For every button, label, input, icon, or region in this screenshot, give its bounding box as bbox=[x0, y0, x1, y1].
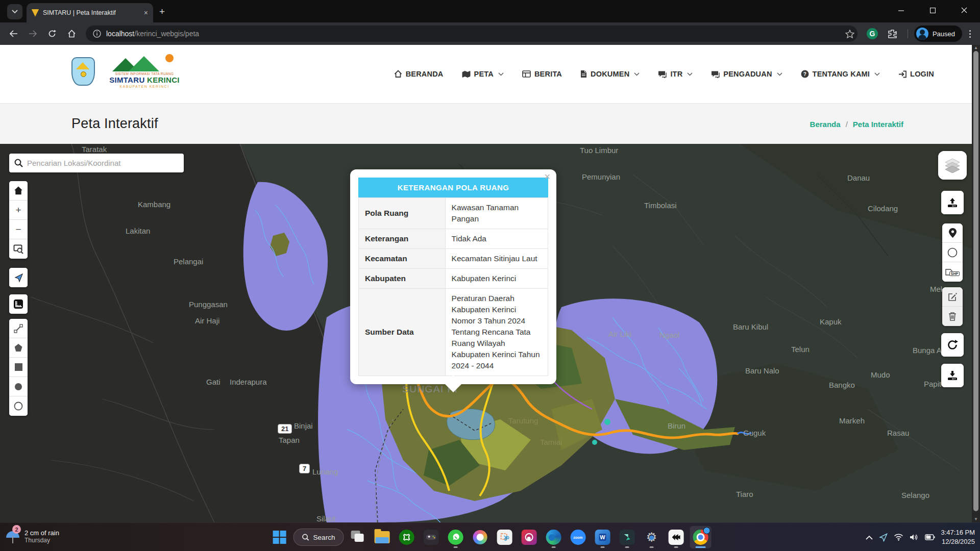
draw-rectangle-button[interactable] bbox=[9, 358, 28, 377]
breadcrumb: Beranda / Peta Interaktif bbox=[810, 120, 903, 129]
taskbar-search[interactable]: Search bbox=[293, 526, 344, 548]
scroll-up-arrow[interactable]: ▲ bbox=[972, 45, 980, 51]
edit-icon bbox=[948, 292, 957, 302]
edit-button[interactable] bbox=[942, 287, 963, 307]
svg-text:?: ? bbox=[803, 71, 806, 77]
window-maximize-button[interactable] bbox=[917, 0, 948, 20]
nav-item-login[interactable]: LOGIN bbox=[898, 70, 934, 78]
battery-icon[interactable] bbox=[925, 534, 935, 540]
breadcrumb-home-link[interactable]: Beranda bbox=[810, 120, 841, 129]
wifi-icon[interactable] bbox=[894, 534, 903, 541]
copilot-icon[interactable] bbox=[469, 526, 491, 548]
media-app-icon[interactable] bbox=[518, 526, 540, 548]
reload-button[interactable] bbox=[44, 26, 60, 42]
profile-button[interactable]: Paused bbox=[914, 26, 962, 42]
scale-button[interactable] bbox=[9, 294, 28, 314]
circle-select-button[interactable] bbox=[942, 243, 963, 262]
layers-button[interactable] bbox=[938, 151, 967, 180]
file-explorer-icon[interactable] bbox=[371, 526, 393, 548]
word-icon[interactable]: W bbox=[592, 526, 613, 548]
download-button[interactable] bbox=[941, 364, 964, 387]
nav-item-peta[interactable]: PETA bbox=[462, 70, 504, 78]
nav-item-berita[interactable]: BERITA bbox=[522, 70, 562, 78]
volume-icon[interactable] bbox=[910, 534, 919, 541]
toolbar-divider bbox=[908, 29, 908, 38]
settings-icon[interactable]: ⚙ bbox=[641, 526, 662, 548]
xbox-icon[interactable] bbox=[396, 526, 417, 548]
snipping-tool-icon[interactable] bbox=[494, 526, 515, 548]
map-home-button[interactable] bbox=[9, 181, 28, 201]
popup-close-icon[interactable]: ✕ bbox=[544, 172, 551, 182]
map-search-input[interactable] bbox=[27, 159, 179, 167]
new-tab-button[interactable]: + bbox=[159, 6, 165, 17]
tab-search-button[interactable] bbox=[7, 4, 22, 19]
filmora-icon[interactable] bbox=[616, 526, 638, 548]
download-icon bbox=[947, 370, 958, 381]
chat-icon bbox=[711, 70, 720, 78]
location-icon[interactable] bbox=[879, 533, 888, 542]
measure-line-button[interactable] bbox=[9, 319, 28, 338]
nav-item-pengaduan[interactable]: PENGADUAN bbox=[711, 70, 782, 78]
nav-item-tentang-kami[interactable]: ? TENTANG KAMI bbox=[801, 70, 880, 78]
add-marker-button[interactable] bbox=[942, 223, 963, 243]
page-scrollbar[interactable]: ▲ ▼ bbox=[972, 45, 980, 522]
upload-button-group bbox=[941, 191, 964, 214]
taskbar-clock[interactable]: 3:47:16 PM 12/28/2025 bbox=[941, 528, 975, 546]
nav-item-dokumen[interactable]: DOKUMEN bbox=[580, 70, 640, 78]
chrome-icon[interactable] bbox=[690, 526, 711, 548]
window-minimize-button[interactable] bbox=[885, 0, 917, 20]
extensions-puzzle-icon[interactable] bbox=[886, 27, 899, 40]
site-info-icon[interactable] bbox=[93, 30, 101, 38]
back-button[interactable] bbox=[5, 26, 21, 42]
grammarly-extension-icon[interactable]: G bbox=[866, 27, 879, 40]
road-shield: 7 bbox=[299, 464, 310, 473]
locate-tool-group bbox=[9, 268, 28, 287]
windows-taskbar: 2 2 cm of rainThursday Search zoom W ⚙ 3… bbox=[0, 522, 980, 551]
refresh-button[interactable] bbox=[941, 333, 964, 357]
draw-point-button[interactable] bbox=[9, 377, 28, 396]
scrollbar-thumb[interactable] bbox=[973, 51, 978, 511]
zoom-icon[interactable]: zoom bbox=[567, 526, 589, 548]
upload-button[interactable] bbox=[941, 191, 964, 214]
game-bar-icon[interactable] bbox=[420, 526, 442, 548]
url-text: localhost/kerinci_webgis/peta bbox=[106, 30, 199, 38]
shapefile-button[interactable]: SHP bbox=[942, 262, 963, 282]
box-zoom-button[interactable] bbox=[9, 239, 28, 259]
edge-icon[interactable] bbox=[543, 526, 564, 548]
nav-item-itr[interactable]: ITR bbox=[658, 70, 693, 78]
bookmark-star-icon[interactable] bbox=[845, 30, 854, 38]
nav-item-beranda[interactable]: BERANDA bbox=[394, 70, 444, 78]
task-view-button[interactable] bbox=[347, 526, 368, 548]
table-row: Pola RuangKawasan Tanaman Pangan bbox=[359, 198, 548, 229]
site-header: SISTEM INFORMASI TATA RUANG SIMTARU KERI… bbox=[0, 45, 980, 103]
capcut-icon[interactable] bbox=[665, 526, 687, 548]
zoom-out-button[interactable]: − bbox=[9, 220, 28, 239]
map-search-box[interactable] bbox=[9, 154, 184, 172]
start-button[interactable] bbox=[269, 526, 290, 548]
locate-button[interactable] bbox=[9, 268, 28, 287]
zoom-in-button[interactable]: + bbox=[9, 201, 28, 220]
window-close-button[interactable] bbox=[948, 0, 980, 20]
table-row: KecamatanKecamatan Sitinjau Laut bbox=[359, 249, 548, 269]
chevron-down-icon bbox=[498, 72, 504, 76]
login-icon bbox=[898, 70, 906, 78]
document-icon bbox=[580, 70, 587, 78]
delete-button[interactable] bbox=[942, 307, 963, 326]
home-button[interactable] bbox=[63, 26, 80, 42]
simtaru-logo[interactable]: SISTEM INFORMASI TATA RUANG SIMTARU KERI… bbox=[106, 54, 183, 88]
scroll-down-arrow[interactable]: ▼ bbox=[972, 516, 980, 522]
weather-widget[interactable]: 2 2 cm of rainThursday bbox=[5, 527, 59, 545]
address-bar[interactable]: localhost/kerinci_webgis/peta bbox=[86, 26, 857, 42]
map-icon bbox=[462, 70, 471, 78]
forward-button[interactable] bbox=[24, 26, 41, 42]
map-canvas[interactable]: Taratak Tuo Limbur Pemunyian Danau Kamba… bbox=[0, 144, 980, 522]
whatsapp-icon[interactable] bbox=[445, 526, 466, 548]
browser-tab[interactable]: SIMTARU | Peta Interaktif × bbox=[27, 3, 153, 22]
browser-menu-button[interactable] bbox=[965, 30, 975, 38]
tray-chevron-icon[interactable] bbox=[866, 535, 873, 540]
main-navigation: BERANDA PETA BERITA DOKUMEN ITR PENGADUA… bbox=[394, 45, 934, 103]
draw-polygon-button[interactable] bbox=[9, 338, 28, 358]
tab-close-icon[interactable]: × bbox=[144, 9, 148, 17]
kerinci-crest-logo bbox=[71, 57, 95, 86]
draw-circle-button[interactable] bbox=[9, 396, 28, 416]
